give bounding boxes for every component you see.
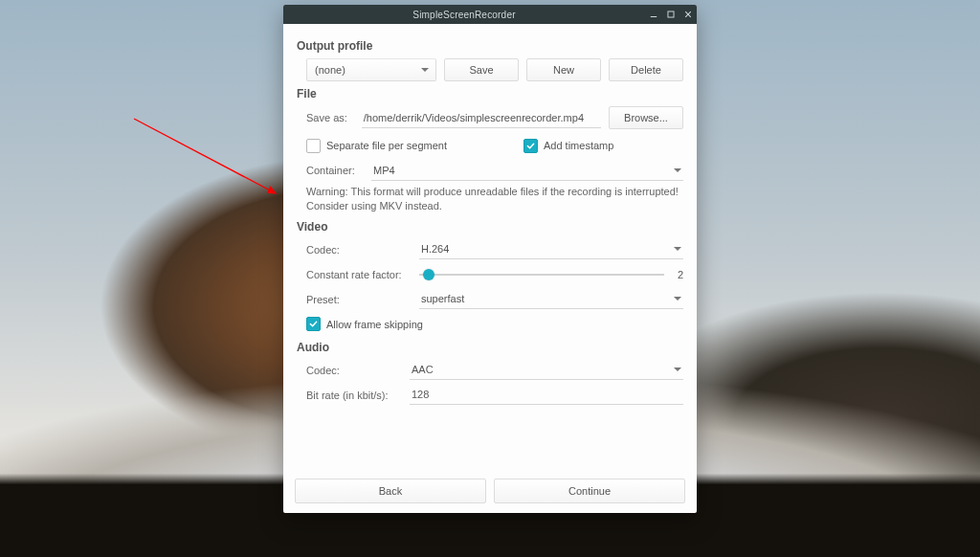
preset-label: Preset:: [306, 294, 412, 305]
video-codec-value: H.264: [421, 243, 449, 255]
file-heading: File: [297, 87, 683, 100]
preset-value: superfast: [421, 293, 464, 304]
checkbox-checked-icon: [306, 317, 321, 331]
profile-delete-button[interactable]: Delete: [609, 58, 683, 81]
checkbox-unchecked-icon: [306, 139, 321, 153]
profile-new-button[interactable]: New: [526, 58, 601, 81]
frame-skipping-label: Allow frame skipping: [326, 319, 423, 330]
maximize-button[interactable]: [662, 5, 679, 24]
container-value: MP4: [373, 165, 395, 176]
separate-file-label: Separate file per segment: [326, 140, 447, 151]
save-as-input[interactable]: /home/derrik/Videos/simplescreenrecorder…: [362, 108, 601, 128]
output-profile-select[interactable]: (none): [306, 58, 436, 81]
title-bar: SimpleScreenRecorder: [283, 5, 697, 24]
back-button[interactable]: Back: [295, 479, 486, 503]
video-codec-label: Codec:: [306, 244, 412, 256]
close-button[interactable]: [679, 5, 697, 24]
browse-button[interactable]: Browse...: [609, 106, 683, 129]
crf-value: 2: [674, 269, 683, 280]
frame-skipping-checkbox[interactable]: Allow frame skipping: [306, 317, 423, 331]
app-window: SimpleScreenRecorder Output profile (non…: [283, 5, 697, 513]
save-as-value: /home/derrik/Videos/simplescreenrecorder…: [364, 112, 584, 123]
audio-heading: Audio: [297, 341, 683, 354]
audio-codec-label: Codec:: [306, 365, 402, 376]
minimize-button[interactable]: [645, 5, 662, 24]
container-warning: Warning: This format will produce unread…: [306, 185, 683, 214]
crf-label: Constant rate factor:: [306, 269, 412, 280]
bitrate-value: 128: [412, 389, 429, 400]
add-timestamp-checkbox[interactable]: Add timestamp: [523, 139, 613, 153]
crf-slider[interactable]: [419, 268, 664, 281]
audio-codec-value: AAC: [412, 364, 434, 375]
container-select[interactable]: MP4: [371, 161, 683, 181]
preset-select[interactable]: superfast: [419, 289, 683, 309]
add-timestamp-label: Add timestamp: [544, 140, 613, 151]
window-title: SimpleScreenRecorder: [283, 10, 645, 20]
save-as-label: Save as:: [306, 112, 354, 123]
video-codec-select[interactable]: H.264: [419, 239, 683, 259]
window-content: Output profile (none) Save New Delete Fi…: [283, 24, 697, 471]
video-heading: Video: [297, 220, 683, 234]
output-profile-heading: Output profile: [297, 39, 683, 53]
footer-buttons: Back Continue: [283, 471, 697, 513]
profile-save-button[interactable]: Save: [444, 58, 519, 81]
separate-file-checkbox[interactable]: Separate file per segment: [306, 139, 447, 153]
container-label: Container:: [306, 165, 364, 176]
audio-codec-select[interactable]: AAC: [410, 360, 683, 380]
checkbox-checked-icon: [523, 139, 538, 153]
bitrate-input[interactable]: 128: [410, 385, 683, 405]
svg-rect-1: [668, 11, 674, 17]
continue-button[interactable]: Continue: [494, 479, 685, 503]
bitrate-label: Bit rate (in kbit/s):: [306, 390, 402, 401]
output-profile-value: (none): [315, 64, 345, 76]
